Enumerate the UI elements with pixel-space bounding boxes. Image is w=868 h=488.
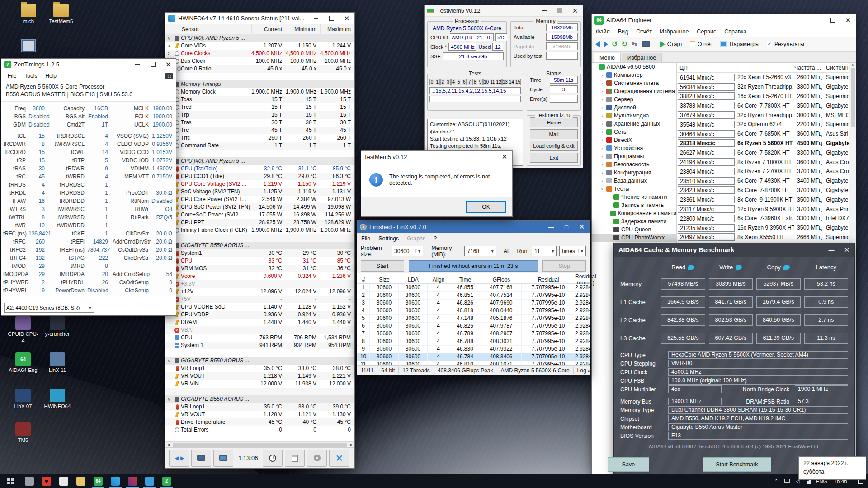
nav-arrows-button[interactable]: ◄► <box>169 450 189 467</box>
taskbar-app-button[interactable] <box>21 474 38 488</box>
desktop-icon-y-cruncher[interactable]: y-cruncher <box>42 316 73 337</box>
taskbar-app-button[interactable] <box>141 474 158 488</box>
tree-item[interactable]: ›База данных <box>592 177 676 185</box>
sensor-row[interactable]: CPU SoC Power (SVI2 TFN)14.506 W14.499 W… <box>165 203 354 211</box>
tree-item[interactable]: ›DirectX <box>592 136 676 144</box>
ok-button[interactable]: OK <box>466 201 506 213</box>
refresh-icon[interactable]: ↻ <box>621 40 627 48</box>
column-header[interactable]: Time <box>449 277 481 283</box>
result-row[interactable]: 33060030600446.826407.96907.707995e-102.… <box>357 299 590 307</box>
users-icon[interactable] <box>631 42 638 47</box>
test-number-button[interactable]: 12 <box>496 79 502 85</box>
sensor-row[interactable]: ×VBAT--- <box>165 326 354 334</box>
result-row[interactable]: 63060030600446.825407.97877.707995e-102.… <box>357 322 590 330</box>
benchmark-result-row[interactable]: 56084 Мпкс/с32x Ryzen Threadripp...3800 … <box>677 82 856 92</box>
sensor-row[interactable]: CPU VDDP0.936 V0.924 V0.936 V <box>165 311 354 319</box>
zentimings-titlebar[interactable]: Z ZenTimings 1.2.5 ✕ <box>1 59 176 70</box>
benchmark-result-row[interactable]: 28318 Мпкс/с6x Ryzen 5 5600X HT4500 МГцG… <box>677 139 856 148</box>
desktop-icon-aida64-eng[interactable]: 64AIDA64 Eng <box>7 352 39 373</box>
expander-icon[interactable]: › <box>600 170 604 175</box>
test-number-button[interactable]: 11 <box>490 79 495 85</box>
desktop-icon-linx-07[interactable]: LinX 07 <box>7 389 39 409</box>
desktop-icon-linx-11[interactable]: LinX 11 <box>42 352 73 373</box>
times-select[interactable]: times▼ <box>559 246 586 256</box>
taskbar-app-button[interactable]: Z <box>158 474 175 488</box>
taskbar-app-button[interactable]: 64 <box>90 474 107 488</box>
expander-icon[interactable]: v <box>165 357 173 365</box>
tree-item[interactable]: ›Сеть <box>592 128 676 136</box>
benchmark-result-row[interactable]: 37679 Мпкс/с32x Ryzen Threadripp...3000 … <box>677 110 856 120</box>
testmem5-titlebar[interactable]: TestMem5 v0.12 ✕ <box>425 5 583 17</box>
sensor-row[interactable]: Drive Temperature45 °C40 °C45 °C <box>165 418 354 426</box>
sensor-row[interactable]: CPU33 °C31 °C85 °C <box>165 257 354 265</box>
sensor-row[interactable]: VR Loop135.0 °C33.0 °C39.0 °C <box>165 403 354 411</box>
tree-item[interactable]: ›Дисплей <box>592 103 676 112</box>
expander-icon[interactable]: › <box>600 113 604 118</box>
tab-favorites[interactable]: Избранное <box>622 53 662 62</box>
maximize-button[interactable] <box>145 59 160 70</box>
result-row[interactable]: 23060030600446.851407.75147.707995e-102.… <box>357 291 590 299</box>
tree-item[interactable]: Запись в память <box>592 201 676 209</box>
column-header[interactable]: Residual <box>522 277 575 283</box>
taskbar-app-button[interactable] <box>124 474 141 488</box>
taskbar-app-button[interactable] <box>107 474 124 488</box>
tree-item[interactable]: ›Системная плата <box>592 79 676 87</box>
sensor-row[interactable]: CPU763 RPM706 RPM1,534 RPM <box>165 334 354 342</box>
result-row[interactable]: 93060030600446.830407.93227.707995e-102.… <box>357 345 590 353</box>
menu-item[interactable]: Избранное <box>656 28 693 35</box>
sensor-row[interactable]: Trfc260 T260 T260 T <box>165 134 354 142</box>
maximize-button[interactable] <box>324 13 339 24</box>
close-button[interactable]: ✕ <box>497 151 512 163</box>
desktop-icon-testmem5[interactable]: TestMem5 <box>45 4 77 24</box>
sensor-row[interactable]: CPU Core Voltage (SVI2 ...1.219 V1.150 V… <box>165 180 354 188</box>
minimize-button[interactable] <box>130 59 145 70</box>
tree-item[interactable]: ›Безопасность <box>592 160 676 169</box>
expander-icon[interactable]: › <box>600 130 604 135</box>
sensor-row[interactable]: Trc45 T45 T45 T <box>165 127 354 134</box>
start-button[interactable]: Start <box>361 260 404 272</box>
benchmark-result-row[interactable]: 23510 Мпкс/с6x Core i7-4930K HT3400 МГцG… <box>677 176 856 186</box>
sensor-section-row[interactable]: CPU [#0]: AMD Ryzen 5 ... <box>165 157 354 165</box>
taskbar-app-button[interactable] <box>55 474 72 488</box>
sensor-row[interactable]: CPU CCD1 (Tdie)29.8 °C29.0 °C86.3 °C <box>165 173 354 180</box>
ram-module-select[interactable]: A2: 4400 C19 Series (8GB, SR)▼ <box>4 303 94 313</box>
expander-icon[interactable]: › <box>600 178 604 183</box>
sensor-row[interactable]: ×+5V--- <box>165 296 354 303</box>
tree-item[interactable]: ›Хранение данных <box>592 120 676 128</box>
problem-size-select[interactable]: 30600▼ <box>392 246 423 256</box>
menu-file[interactable]: File <box>4 72 20 80</box>
tree-item[interactable]: AIDA64 v6.50.5800 <box>592 63 676 71</box>
sensor-row[interactable]: Bus Clock100.0 MHz100.0 MHz100.0 MHz <box>165 57 354 65</box>
minimize-button[interactable]: — <box>824 243 839 257</box>
benchmark-result-row[interactable]: 21235 Мпкс/с16x Ryzen 9 3950X HT3500 МГц… <box>677 223 856 233</box>
expander-icon[interactable]: › <box>600 81 604 86</box>
test-number-button[interactable]: 0 <box>429 79 434 85</box>
close-button[interactable]: ✕ <box>160 59 176 70</box>
sensor-row[interactable]: VR VOUT1.218 V1.149 V1.221 V <box>165 372 354 380</box>
sensor-row[interactable]: Memory Clock1,900.0 MHz1,900.0 MHz1,900.… <box>165 88 354 96</box>
sensor-section-row[interactable]: GIGABYTE B550 AORUS ... <box>165 242 354 249</box>
screenshot-icon[interactable] <box>165 73 173 79</box>
menu-item[interactable]: Файл <box>592 28 614 35</box>
sensor-row[interactable]: System130 °C29 °C30 °C <box>165 249 354 257</box>
test-number-button[interactable]: 8 <box>472 79 477 85</box>
tree-item[interactable]: ›Программы <box>592 152 676 160</box>
run-select[interactable]: 11▼ <box>532 246 557 256</box>
up-icon[interactable]: ↺ <box>612 40 618 48</box>
sensor-row[interactable]: Tcas15 T15 T15 T <box>165 96 354 103</box>
sensor-row[interactable]: Tras30 T30 T30 T <box>165 119 354 127</box>
sensor-row[interactable]: Vcore0.600 V0.324 V1.236 V <box>165 272 354 280</box>
sensor-row[interactable]: Infinity Fabric Clock (FCLK)1,900.0 MHz1… <box>165 226 354 234</box>
menu-item[interactable]: Вид <box>614 28 632 35</box>
test-number-button[interactable]: 15 <box>515 79 521 85</box>
expander-icon[interactable]: › <box>600 97 604 102</box>
close-sensors-button[interactable]: ✕ <box>329 450 349 467</box>
report-button[interactable]: Отчёт <box>688 40 715 48</box>
column-header[interactable]: Align <box>428 277 449 283</box>
tree-item[interactable]: ›Конфигурация <box>592 169 676 177</box>
menu-tools[interactable]: Tools <box>21 72 41 80</box>
sensor-section-row[interactable]: vCPU [#0]: AMD Ryzen 5 ... <box>165 34 354 42</box>
sensor-row[interactable]: VR Loop135.0 °C33.0 °C38.0 °C <box>165 365 354 372</box>
start-benchmark-button[interactable]: Start Benchmark <box>703 457 771 472</box>
site-button[interactable]: Home <box>530 117 578 127</box>
